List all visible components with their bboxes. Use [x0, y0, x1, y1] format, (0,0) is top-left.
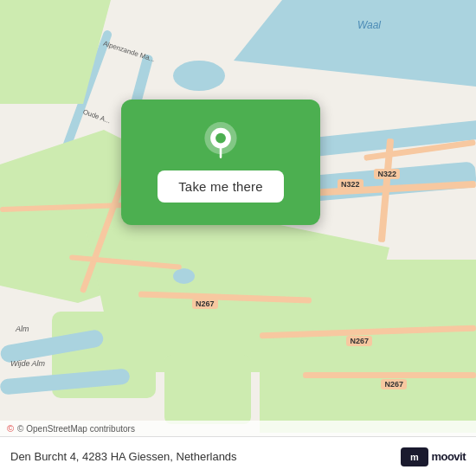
copyright-icon: © — [7, 423, 14, 434]
road-label-n267-3: N267 — [381, 379, 407, 389]
green-area-3 — [260, 260, 476, 433]
copyright-text: © OpenStreetMap contributors — [17, 424, 135, 434]
svg-point-2 — [215, 133, 226, 144]
take-me-there-button[interactable]: Take me there — [158, 170, 284, 203]
moovit-text: moovit — [431, 450, 466, 463]
pond-1 — [173, 268, 195, 284]
map-background: N322 N322 N322 N267 N267 N267 Waal Alm W… — [0, 0, 476, 476]
alm-label: Alm — [16, 325, 29, 333]
bottom-bar: Den Burcht 4, 4283 HA Giessen, Netherlan… — [0, 436, 476, 476]
road-label-n322-1: N322 — [338, 179, 363, 190]
pond-2 — [173, 61, 225, 91]
moovit-logo: m moovit — [401, 447, 466, 466]
address-text: Den Burcht 4, 4283 HA Giessen, Netherlan… — [10, 450, 237, 463]
road-label-n267-1: N267 — [192, 299, 218, 309]
green-patch-s — [164, 355, 251, 424]
road-label-n267-2: N267 — [346, 336, 372, 346]
waal-water — [234, 0, 476, 87]
green-area-4 — [0, 0, 138, 104]
oude-maasdijk-label: Oude A... — [81, 108, 111, 125]
copyright-bar: © © OpenStreetMap contributors — [0, 421, 476, 436]
moovit-icon: m — [401, 447, 428, 466]
road-label-n322-2: N322 — [374, 169, 400, 179]
map-container: N322 N322 N322 N267 N267 N267 Waal Alm W… — [0, 0, 476, 476]
location-pin-icon — [202, 122, 240, 160]
svg-text:m: m — [410, 452, 419, 462]
popup-card[interactable]: Take me there — [121, 100, 320, 225]
road-n267-3 — [303, 372, 476, 378]
